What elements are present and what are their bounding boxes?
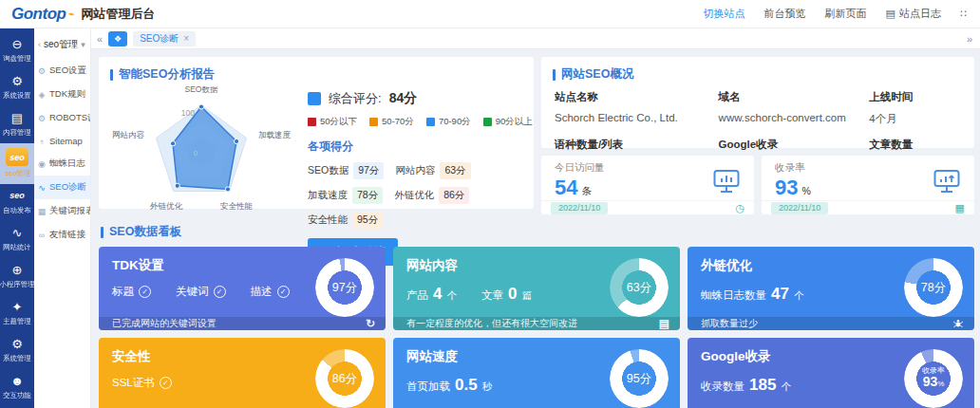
gears-icon: ⚙ xyxy=(11,337,23,351)
overall-swatch xyxy=(308,92,321,105)
seo-overview-panel: 网站SEO概况 站点名称 域名 上线时间 Schorch Electric Co… xyxy=(541,57,974,148)
seo-report-panel: 智能SEO分析报告 SEO数据加载速度安全性能外链优化网站内容1000 综合评分… xyxy=(99,57,534,209)
top-header: Gontop ⌁ 网站管理后台 切换站点 前台预览 刷新页面 ▤ 站点日志 ∷ xyxy=(0,0,980,28)
sidebar-item-system-settings[interactable]: ⚙ 系统设置 xyxy=(0,69,34,106)
document-icon: ▤ xyxy=(659,317,669,330)
overall-score-value: 84分 xyxy=(389,90,418,107)
refresh-page-button[interactable]: 刷新页面 xyxy=(825,7,867,21)
svg-text:100: 100 xyxy=(181,108,195,118)
score-legend: 50分以下 50-70分 70-90分 90分以上 xyxy=(308,116,524,128)
scores-title: 各项得分 xyxy=(308,139,524,155)
sidebar-item-auto-publish[interactable]: seo 自动发布 xyxy=(0,184,34,221)
card-site-speed: 网站速度 首页加载0.5秒 95分 网站打开速度很快，超过行 xyxy=(393,338,680,408)
submenu-item-robots[interactable]: ⚙ ROBOTS设置 xyxy=(34,106,90,130)
svg-text:加载速度: 加载速度 xyxy=(258,130,292,139)
spider-log-icon: ◉ xyxy=(37,159,47,169)
check-icon: ✓ xyxy=(139,286,151,298)
chevron-down-icon: ▾ xyxy=(81,40,85,49)
report-summary: 综合评分: 84分 50分以下 50-70分 70-90分 90分以上 各项得分 xyxy=(304,86,524,266)
submenu-item-spider-log[interactable]: ◉ 蜘蛛日志 xyxy=(34,152,90,176)
spider-icon xyxy=(952,318,964,329)
front-preview-button[interactable]: 前台预览 xyxy=(764,7,806,21)
score-chip: 外链优化86分 xyxy=(394,187,469,204)
legend-item: 50-70分 xyxy=(369,116,414,128)
app-window: Gontop ⌁ 网站管理后台 切换站点 前台预览 刷新页面 ▤ 站点日志 ∷ … xyxy=(0,0,980,408)
online-time-value: 4个月 xyxy=(869,108,961,132)
close-tab-icon[interactable]: × xyxy=(183,33,189,44)
legend-swatch xyxy=(426,118,435,126)
report-panel-title: 智能SEO分析报告 xyxy=(99,57,534,86)
stat-card-today-visits: 今日访问量 54条 xyxy=(541,156,754,214)
expand-tabs-icon[interactable]: » xyxy=(967,33,972,45)
svg-text:网站内容: 网站内容 xyxy=(112,130,144,139)
svg-text:0: 0 xyxy=(194,149,198,158)
legend-swatch xyxy=(308,118,316,126)
switch-site-button[interactable]: 切换站点 xyxy=(704,7,745,21)
card-tdk-settings: TDK设置 标题✓ 关键词✓ 描述✓ 97分 xyxy=(99,247,386,330)
title-bar-accent xyxy=(101,227,104,238)
sidebar-item-miniapp[interactable]: ⊕ 小程序管理 xyxy=(0,258,34,295)
legend-item: 70-90分 xyxy=(426,116,471,128)
theme-icon: ✦ xyxy=(12,300,23,314)
gear-icon: ⚙ xyxy=(37,66,47,76)
legend-item: 50分以下 xyxy=(308,116,357,128)
overall-score: 综合评分: 84分 xyxy=(308,90,524,107)
card-backlink-optimization: 外链优化 蜘蛛日志数量47个 78分 抓取数量过少 xyxy=(688,247,974,330)
logo-accent: ⌁ xyxy=(68,9,74,19)
sidebar-item-inquiry[interactable]: ⊖ 询盘管理 xyxy=(0,32,34,69)
sidebar-item-interactive[interactable]: ☻ 交互功能 xyxy=(0,369,34,406)
score-gauge: 63分 xyxy=(610,258,669,317)
sidebar-item-theme[interactable]: ✦ 主题管理 xyxy=(0,295,34,332)
score-gauge: 97分 xyxy=(315,258,374,317)
main-area: « ❖ SEO诊断 × » 智能SEO分析报告 xyxy=(91,28,980,408)
legend-item: 90分以上 xyxy=(483,116,533,128)
score-gauge: 收录率 93% xyxy=(904,349,963,408)
submenu-header[interactable]: ‹ seo管理 ▾ xyxy=(34,34,90,59)
submenu-item-friend-links[interactable]: ∞ 友情链接 xyxy=(34,223,90,247)
tdk-icon: ◈ xyxy=(37,90,47,100)
check-icon: ✓ xyxy=(160,377,172,389)
submenu-item-sitemap[interactable]: ♁ Sitemap xyxy=(34,130,90,152)
score-chip: SEO数据97分 xyxy=(308,162,384,179)
logo-text: Gontop xyxy=(11,5,66,24)
tab-bar: « ❖ SEO诊断 × » xyxy=(91,28,980,49)
date-badge: 2022/11/10 xyxy=(551,202,608,214)
radar-chart: SEO数据加载速度安全性能外链优化网站内容1000 xyxy=(103,86,304,212)
sitemap-icon: ♁ xyxy=(37,137,47,146)
check-icon: ✓ xyxy=(214,286,226,298)
score-gauge: 95分 xyxy=(610,349,669,408)
sidebar-item-system-admin[interactable]: ⚙ 系统管理 xyxy=(0,332,34,369)
site-name-value: Schorch Electric Co., Ltd. xyxy=(555,108,719,132)
submenu-item-keyword-report[interactable]: ▦ 关键词报表 xyxy=(34,199,90,223)
secondary-sidebar: ‹ seo管理 ▾ ⚙ SEO设置 ◈ TDK规则 ⚙ ROBOTS设置 ♁ S… xyxy=(34,28,91,408)
score-chip: 加载速度78分 xyxy=(308,187,383,204)
document-icon: ▤ xyxy=(886,8,895,20)
home-tab-button[interactable]: ❖ xyxy=(108,31,127,46)
site-log-button[interactable]: ▤ 站点日志 xyxy=(886,7,941,21)
submenu-item-seo-diagnosis[interactable]: ∿ SEO诊断 xyxy=(34,176,90,199)
back-icon: ‹ xyxy=(38,40,41,49)
fullscreen-icon[interactable]: ∷ xyxy=(960,8,967,20)
sidebar-item-seo[interactable]: seo seo管理 xyxy=(0,143,34,184)
robots-icon: ⚙ xyxy=(37,114,47,123)
chat-icon: ⊖ xyxy=(12,37,23,51)
document-icon: ▤ xyxy=(11,111,23,125)
clock-icon: ◷ xyxy=(735,202,744,214)
monitor-chart-icon xyxy=(712,169,741,194)
collapse-tabs-icon[interactable]: « xyxy=(97,33,103,45)
globe-icon: ⊕ xyxy=(12,263,23,277)
submenu-item-tdk-rules[interactable]: ◈ TDK规则 xyxy=(34,83,90,106)
submenu-item-seo-settings[interactable]: ⚙ SEO设置 xyxy=(34,59,90,83)
sidebar-item-site-stats[interactable]: ∿ 网站统计 xyxy=(0,221,34,258)
tab-seo-diagnosis[interactable]: SEO诊断 × xyxy=(133,31,196,46)
link-icon: ∞ xyxy=(37,231,47,240)
title-bar-accent xyxy=(110,69,113,81)
overview-panel-title: 网站SEO概况 xyxy=(541,57,974,86)
check-icon: ✓ xyxy=(277,286,290,298)
gear-icon: ⚙ xyxy=(11,74,23,88)
sidebar-item-content[interactable]: ▤ 内容管理 xyxy=(0,106,34,143)
users-icon: ☻ xyxy=(10,374,24,388)
svg-text:外链优化: 外链优化 xyxy=(150,201,183,211)
home-icon: ❖ xyxy=(114,34,122,44)
legend-swatch xyxy=(483,118,492,126)
